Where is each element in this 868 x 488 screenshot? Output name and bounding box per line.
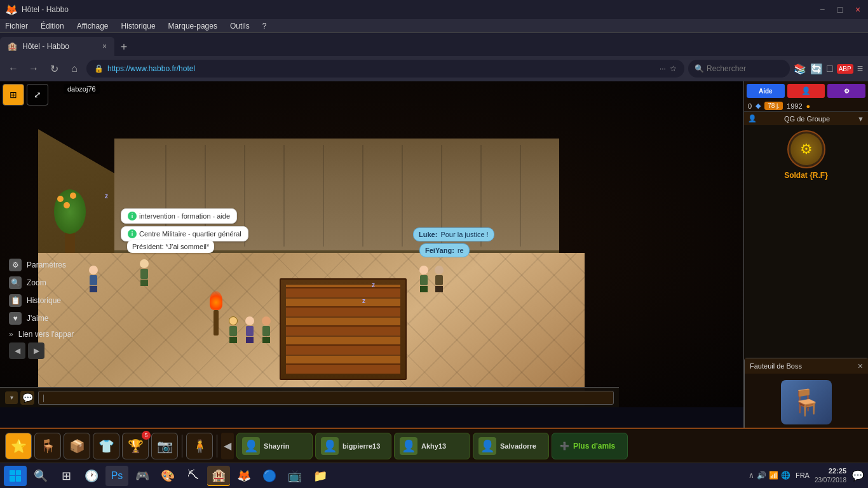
minimize-button[interactable]: −	[817, 4, 827, 15]
menu-lien[interactable]: » Lien vers l'appar	[9, 330, 74, 339]
toolbar-habbo-icon[interactable]: ⭐	[5, 433, 32, 459]
red-button[interactable]: 👤	[787, 84, 825, 98]
taskview-icon: ⊞	[58, 468, 74, 484]
add-tab-button[interactable]: +	[114, 38, 133, 56]
search-box[interactable]: 🔍 Rechercher	[688, 60, 790, 78]
url-options-icon[interactable]: ···	[660, 64, 666, 73]
aide-button[interactable]: Aide	[747, 84, 785, 98]
jaime-label: J'aime	[27, 314, 48, 323]
furniture-icon: 🪑	[40, 438, 56, 454]
game-scene[interactable]: ⊞ ⤢ dabzoj76	[0, 81, 743, 407]
menu-historique[interactable]: Historique	[119, 20, 158, 32]
toolbar-furniture[interactable]: 🪑	[34, 433, 61, 459]
zoom-icon[interactable]: ⤢	[27, 84, 48, 105]
forward-button[interactable]: →	[25, 60, 42, 77]
home-button[interactable]: ⌂	[66, 60, 83, 77]
menu-parametres[interactable]: ⚙ Paramètres	[9, 259, 74, 271]
start-button[interactable]	[4, 466, 27, 486]
menu-affichage[interactable]: Affichage	[74, 20, 111, 32]
taskbar-vlc[interactable]: 📺	[283, 466, 306, 486]
close-button[interactable]: ×	[853, 4, 863, 15]
character-group-bottom	[229, 316, 271, 343]
friend-salvadorre[interactable]: 👤 Salvadorre	[473, 433, 549, 459]
language-indicator: FRA	[796, 471, 810, 479]
taskbar-taskview[interactable]: ⊞	[55, 466, 78, 486]
reader-icon[interactable]: □	[827, 63, 833, 74]
close-tab-icon[interactable]: ×	[102, 42, 107, 51]
adblock-icon[interactable]: ABP	[837, 64, 853, 74]
bookmark-icon[interactable]: ☆	[670, 64, 677, 73]
toolbar-camera[interactable]: 📷	[151, 433, 178, 459]
tab-favicon: 🏨	[8, 42, 17, 51]
add-friends-button[interactable]: ➕ Plus d'amis	[552, 433, 628, 459]
chat-arrow-icon[interactable]: ▾	[5, 391, 18, 404]
library-icon[interactable]: 📚	[794, 63, 806, 75]
badge-icon-2: i	[128, 229, 137, 238]
sync-icon[interactable]: 🔄	[810, 63, 823, 75]
centre-badge: i Centre Militaire - quartier général	[121, 226, 248, 241]
clock-time: 22:25	[815, 466, 846, 476]
taskbar-photoshop[interactable]: Ps	[105, 466, 128, 486]
active-tab[interactable]: 🏨 Hôtel - Habbo ×	[0, 37, 114, 56]
taskbar-time-panel[interactable]: 🕐	[80, 466, 103, 486]
taskbar-explorer[interactable]: 📁	[309, 466, 332, 486]
popup-close-button[interactable]: ×	[858, 361, 863, 371]
refresh-button[interactable]: ↻	[46, 60, 62, 77]
settings-button[interactable]: ⚙	[827, 84, 865, 98]
speaker-icon[interactable]: 🔊	[757, 471, 766, 480]
friends-prev-button[interactable]: ◀	[221, 433, 234, 459]
taskbar-chrome[interactable]: 🔵	[258, 466, 281, 486]
taskbar-search[interactable]: 🔍	[29, 466, 52, 486]
toolbar-clothing[interactable]: 👕	[93, 433, 119, 459]
tray-arrow[interactable]: ∧	[749, 471, 754, 480]
steam-icon: 🎮	[135, 468, 150, 484]
menu-help[interactable]: ?	[260, 20, 269, 32]
vlc-icon: 📺	[287, 468, 302, 484]
salvadorre-avatar: 👤	[478, 437, 496, 455]
popup-content: 🪑	[745, 374, 868, 428]
menu-marque-pages[interactable]: Marque-pages	[166, 20, 220, 32]
chat-input[interactable]	[38, 391, 614, 405]
network-icon[interactable]: 📶	[769, 471, 778, 480]
menu-historique-game[interactable]: 📋 Historique	[9, 294, 74, 307]
nav-left[interactable]: ◀	[9, 342, 25, 359]
menu-outils[interactable]: Outils	[227, 20, 252, 32]
menu-zoom[interactable]: 🔍 Zoom	[9, 276, 74, 289]
globe-icon[interactable]: 🌐	[781, 471, 790, 480]
back-button[interactable]: ←	[5, 60, 22, 77]
tree-left	[51, 189, 89, 253]
toolbar-catalog[interactable]: 📦	[64, 433, 90, 459]
menu-fichier[interactable]: Fichier	[3, 20, 31, 32]
notification-icon[interactable]: 💬	[851, 470, 864, 482]
friend-akhy13[interactable]: 👤 Akhy13	[394, 433, 470, 459]
gear-icon: ⚙	[844, 88, 850, 95]
taskbar-paint[interactable]: 🎨	[156, 466, 179, 486]
maximize-button[interactable]: □	[835, 4, 845, 15]
dropdown-icon[interactable]: ▼	[857, 115, 864, 123]
taskbar-game2[interactable]: ⛏	[182, 466, 205, 486]
feiyang-text: re	[458, 247, 464, 254]
nav-right[interactable]: ▶	[28, 342, 44, 359]
red-icon: 👤	[801, 86, 811, 95]
taskbar-habbo[interactable]: 🏨	[207, 466, 230, 486]
taskbar-firefox[interactable]: 🦊	[233, 466, 255, 486]
menu-edition[interactable]: Édition	[38, 20, 67, 32]
menu-icon[interactable]: ≡	[857, 63, 863, 74]
taskbar-steam[interactable]: 🎮	[131, 466, 154, 486]
room-info-icon[interactable]: ⊞	[3, 84, 24, 105]
friend-bigpierre13[interactable]: 👤 bigpierre13	[315, 433, 391, 459]
firefox-icon: 🦊	[236, 468, 252, 484]
chair-image: 🪑	[781, 380, 832, 424]
chat-emoji-btn[interactable]: 💬	[20, 391, 34, 405]
lock-icon: 🔒	[94, 64, 104, 73]
friend-shayrin[interactable]: 👤 Shayrin	[236, 433, 313, 459]
character-1	[89, 266, 98, 292]
toolbar-achievements[interactable]: 🏆 5	[122, 433, 149, 459]
bigpierre-avatar: 👤	[321, 437, 339, 455]
menu-jaime[interactable]: ♥ J'aime	[9, 312, 74, 325]
toolbar-avatar[interactable]: 🧍	[186, 433, 213, 459]
coins-count: 1992	[787, 102, 802, 110]
url-bar[interactable]: 🔒 https://www.habbo.fr/hotel ··· ☆	[86, 60, 684, 78]
emblem-symbol: ⚙	[800, 141, 813, 158]
days-badge: 78 j.	[764, 102, 783, 110]
